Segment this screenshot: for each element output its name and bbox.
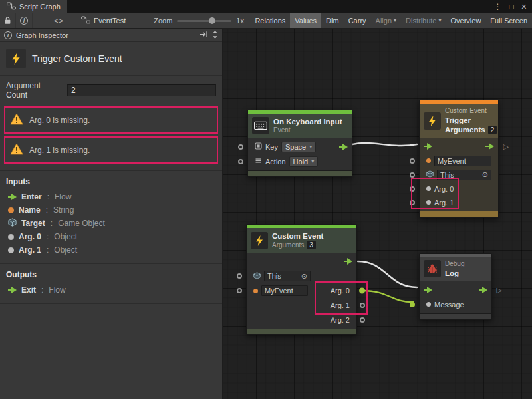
port-arg2-output[interactable] (360, 317, 365, 323)
flow-input-port[interactable] (424, 287, 432, 293)
node-on-keyboard-input[interactable]: On Keyboard Input Event Key Space ▾ (247, 110, 352, 177)
warning-icon (10, 113, 23, 127)
node-supertitle: Debug (445, 260, 464, 269)
chevron-down-icon: ▾ (311, 159, 314, 164)
unconnected-flow-triangle-icon: ▷ (497, 286, 502, 293)
flow-output-port[interactable] (485, 143, 494, 150)
window-tab-bar: Script Graph ⋮ □ × (0, 0, 532, 13)
flow-arrow-icon (8, 287, 17, 293)
info-icon: i (20, 17, 28, 25)
node-custom-event[interactable]: Custom Event Arguments 3 This⊙ (246, 224, 357, 335)
chevron-down-icon: ▾ (394, 18, 396, 23)
port-key-input[interactable] (238, 144, 243, 150)
port-target-input[interactable] (237, 273, 242, 279)
overview-button[interactable]: Overview (446, 13, 486, 28)
port-message-input[interactable] (410, 302, 415, 307)
flow-output-port[interactable] (479, 287, 487, 293)
event-name-field[interactable]: MyEvent (438, 157, 488, 165)
target-field[interactable]: This (440, 171, 479, 179)
node-trigger-custom-event[interactable]: Custom Event Trigger Arguments 2 ▷ (419, 100, 499, 218)
carry-button[interactable]: Carry (344, 13, 371, 28)
key-label: Key (265, 143, 278, 151)
zoom-label: Zoom (154, 17, 172, 25)
full-screen-button[interactable]: Full Screen (485, 13, 532, 28)
inspector-info-icon: i (4, 31, 12, 39)
lock-button[interactable] (0, 13, 16, 28)
node-title: Trigger (445, 116, 497, 125)
flow-input-port[interactable] (424, 143, 432, 150)
zoom-slider[interactable] (177, 17, 231, 25)
argument-count-row: Argument Count (0, 76, 222, 104)
graph-canvas[interactable]: On Keyboard Input Event Key Space ▾ (223, 29, 532, 399)
port-arg0-output[interactable] (359, 288, 365, 294)
object-picker-icon[interactable]: ⊙ (301, 273, 307, 280)
code-icon: < > (54, 17, 63, 25)
panel-stepper-icon[interactable] (212, 30, 218, 41)
align-button[interactable]: Align▾ (371, 13, 401, 28)
graph-name-label: EventTest (94, 17, 126, 25)
action-label: Action (265, 158, 286, 166)
node-debug-log[interactable]: Debug Log ▷ Message (419, 253, 492, 320)
node-footer (420, 313, 491, 319)
window-close-button[interactable]: × (521, 2, 527, 11)
port-arg1-output[interactable] (360, 303, 365, 308)
argument-count-input[interactable] (67, 84, 216, 96)
node-title: On Keyboard Input (273, 117, 342, 126)
separator: : (47, 192, 49, 201)
tab-title: Script Graph (19, 3, 61, 11)
arg2-label: Arg. 2 (331, 316, 350, 324)
lock-icon (4, 16, 11, 26)
zoom-slider-handle[interactable] (209, 17, 215, 24)
target-field[interactable]: This (267, 272, 299, 280)
port-name: Exit (21, 285, 36, 295)
port-name-input[interactable] (410, 158, 415, 164)
port-arg0-input[interactable] (410, 186, 415, 192)
port-name-input[interactable] (237, 288, 242, 293)
tab-script-graph[interactable]: Script Graph (0, 0, 67, 13)
node-title-2: Arguments (445, 125, 485, 134)
game-object-cube-icon (8, 218, 17, 229)
event-name-field[interactable]: MyEvent (265, 287, 305, 295)
relations-button[interactable]: Relations (250, 13, 290, 28)
action-dropdown[interactable]: Hold ▾ (289, 156, 319, 167)
inspector-header-title: Graph Inspector (16, 31, 68, 39)
port-action-input[interactable] (238, 159, 243, 164)
dim-button[interactable]: Dim (321, 13, 344, 28)
wire-arg0-to-message[interactable] (362, 291, 413, 302)
port-name: Arg. 0 (19, 232, 41, 241)
warning-icon (10, 143, 23, 157)
inputs-heading: Inputs (0, 177, 222, 190)
port-target-input[interactable] (410, 172, 415, 178)
object-port-icon (426, 302, 431, 307)
zoom-slider-track[interactable] (177, 20, 231, 22)
wire-event-to-debug[interactable] (358, 261, 417, 287)
port-arg1-input[interactable] (410, 200, 415, 205)
arg0-label: Arg. 0 (331, 287, 350, 295)
distribute-button[interactable]: Distribute▾ (401, 13, 446, 28)
values-button[interactable]: Values (290, 13, 321, 28)
chevron-down-icon: ▾ (309, 144, 312, 150)
key-dropdown[interactable]: Space ▾ (281, 142, 316, 152)
port-name: Target (21, 219, 45, 228)
port-type: Game Object (58, 219, 105, 228)
window-maximize-button[interactable]: □ (509, 3, 514, 11)
wire-keyboard-to-trigger[interactable] (352, 143, 417, 146)
graph-name-breadcrumb[interactable]: EventTest (76, 16, 131, 25)
separator: : (47, 245, 49, 255)
code-view-button[interactable]: < > (50, 13, 66, 28)
flow-output-port[interactable] (344, 258, 352, 265)
game-object-cube-icon (426, 170, 434, 179)
window-menu-button[interactable]: ⋮ (494, 3, 502, 11)
object-port-icon (8, 234, 14, 240)
node-title: Log (445, 269, 464, 278)
input-port-arg1: Arg. 1 : Object (0, 243, 222, 257)
info-button[interactable]: i (16, 13, 33, 28)
unconnected-flow-triangle-icon: ▷ (503, 143, 509, 150)
message-label: Message (434, 301, 464, 309)
object-picker-icon[interactable]: ⊙ (482, 171, 488, 178)
dock-panel-icon[interactable] (200, 31, 208, 39)
flow-output-port[interactable] (339, 144, 348, 150)
object-port-icon (8, 247, 14, 253)
warning-text: Arg. 0 is missing. (29, 116, 90, 125)
string-port-icon (8, 207, 14, 213)
